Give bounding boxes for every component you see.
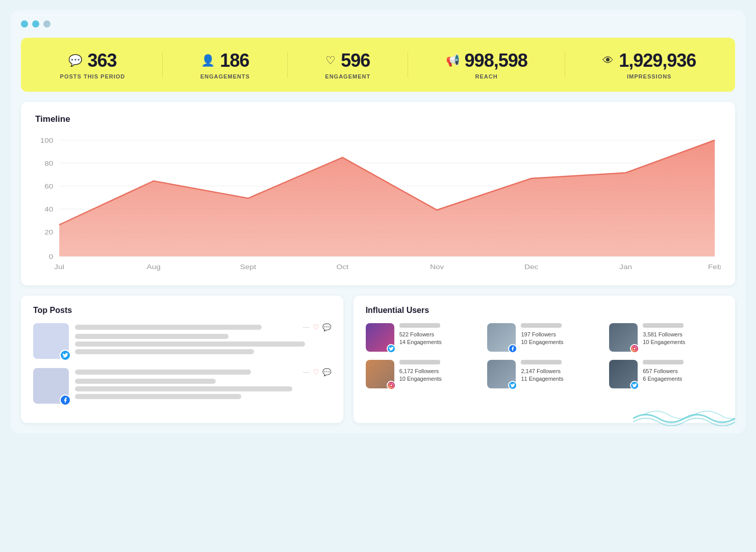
user-item-2: 197 Followers 10 Engagements bbox=[487, 323, 601, 352]
user-name-bar-1 bbox=[399, 323, 440, 328]
user-5-badge bbox=[508, 381, 517, 390]
impressions-icon: 👁 bbox=[602, 54, 614, 67]
timeline-chart: 100 80 60 40 20 0 bbox=[35, 133, 721, 275]
chart-title: Timeline bbox=[35, 114, 721, 124]
user-followers-2: 197 Followers bbox=[521, 331, 563, 337]
dot-3 bbox=[43, 20, 51, 28]
svg-point-25 bbox=[392, 384, 392, 384]
post-thumbnail-2 bbox=[33, 368, 69, 404]
stat-engagement: ♡ 596 ENGAGEMENT bbox=[325, 50, 370, 80]
user-item-6: 657 Followers 6 Engagements bbox=[609, 360, 723, 388]
user-item-3: 3,581 Followers 10 Engagements bbox=[609, 323, 723, 352]
engagement-label: ENGAGEMENT bbox=[325, 73, 370, 80]
impressions-value: 1,929,936 bbox=[619, 50, 696, 71]
engagements-icon: 👤 bbox=[201, 54, 215, 67]
user-info-3: 3,581 Followers 10 Engagements bbox=[643, 323, 685, 345]
stat-reach: 📢 998,598 REACH bbox=[446, 50, 527, 80]
user-engagements-4: 10 Engagements bbox=[399, 376, 442, 382]
bottom-row: Top Posts — ♡ 💬 bbox=[21, 296, 735, 423]
user-engagements-5: 11 Engagements bbox=[521, 376, 563, 382]
user-item-4: 6,172 Followers 10 Engagements bbox=[366, 360, 480, 388]
user-followers-4: 6,172 Followers bbox=[399, 368, 442, 374]
timeline-card: Timeline 100 80 60 40 20 0 bbox=[21, 102, 735, 285]
dot-1 bbox=[21, 20, 28, 28]
user-info-4: 6,172 Followers 10 Engagements bbox=[399, 360, 442, 382]
svg-text:40: 40 bbox=[44, 205, 53, 213]
svg-point-21 bbox=[634, 348, 636, 349]
stat-engagements: 👤 186 ENGAGEMENTS bbox=[200, 50, 250, 80]
user-engagements-2: 10 Engagements bbox=[521, 339, 563, 345]
user-followers-6: 657 Followers bbox=[643, 368, 684, 374]
post-item-1: — ♡ 💬 bbox=[33, 323, 331, 359]
svg-text:20: 20 bbox=[44, 228, 53, 236]
user-2-badge bbox=[508, 344, 517, 353]
svg-text:80: 80 bbox=[44, 160, 53, 167]
engagement-icon: ♡ bbox=[325, 54, 336, 67]
user-item-5: 2,147 Followers 11 Engagements bbox=[487, 360, 601, 388]
main-window: 💬 363 POSTS THIS PERIOD 👤 186 ENGAGEMENT… bbox=[11, 10, 745, 433]
engagement-value: 596 bbox=[341, 50, 370, 71]
influential-grid: 522 Followers 14 Engagements 197 Foll bbox=[366, 323, 723, 388]
user-avatar-4 bbox=[366, 360, 394, 388]
wave-decoration bbox=[633, 401, 735, 428]
engagements-value: 186 bbox=[220, 50, 249, 71]
facebook-badge-1 bbox=[60, 395, 71, 406]
user-name-bar-6 bbox=[643, 360, 684, 364]
user-avatar-6 bbox=[609, 360, 638, 388]
impressions-label: IMPRESSIONS bbox=[627, 73, 671, 80]
svg-text:Oct: Oct bbox=[337, 263, 349, 271]
user-avatar-5 bbox=[487, 360, 516, 388]
user-item-1: 522 Followers 14 Engagements bbox=[366, 323, 480, 352]
stats-bar: 💬 363 POSTS THIS PERIOD 👤 186 ENGAGEMENT… bbox=[21, 38, 735, 92]
posts-label: POSTS THIS PERIOD bbox=[60, 73, 125, 80]
chart-area: 100 80 60 40 20 0 bbox=[35, 133, 721, 275]
posts-value: 363 bbox=[87, 50, 116, 71]
reach-icon: 📢 bbox=[446, 54, 460, 67]
user-3-badge bbox=[630, 344, 639, 353]
user-followers-5: 2,147 Followers bbox=[521, 368, 563, 374]
user-4-badge bbox=[387, 381, 396, 390]
post-content-2: — ♡ 💬 bbox=[75, 368, 331, 399]
svg-text:0: 0 bbox=[49, 253, 54, 260]
svg-text:Jan: Jan bbox=[619, 263, 632, 271]
post-lines-1 bbox=[75, 325, 295, 330]
user-info-5: 2,147 Followers 11 Engagements bbox=[521, 360, 563, 382]
user-name-bar-2 bbox=[521, 323, 562, 328]
chart-fill bbox=[59, 140, 715, 256]
user-followers-3: 3,581 Followers bbox=[643, 331, 685, 337]
user-avatar-3 bbox=[609, 323, 638, 352]
user-name-bar-4 bbox=[399, 360, 440, 364]
user-info-2: 197 Followers 10 Engagements bbox=[521, 323, 563, 345]
svg-point-24 bbox=[390, 384, 392, 386]
svg-text:Aug: Aug bbox=[147, 263, 161, 271]
svg-text:60: 60 bbox=[44, 182, 53, 190]
user-info-1: 522 Followers 14 Engagements bbox=[399, 323, 442, 345]
svg-text:Feb: Feb bbox=[708, 263, 721, 271]
dot-2 bbox=[32, 20, 39, 28]
influential-title: Influential Users bbox=[366, 306, 723, 315]
engagements-label: ENGAGEMENTS bbox=[200, 73, 250, 80]
twitter-badge-1 bbox=[60, 350, 71, 361]
stat-posts: 💬 363 POSTS THIS PERIOD bbox=[60, 50, 125, 80]
reach-label: REACH bbox=[475, 73, 498, 80]
svg-text:Nov: Nov bbox=[430, 263, 444, 271]
top-posts-title: Top Posts bbox=[33, 306, 331, 315]
user-name-bar-3 bbox=[643, 323, 684, 328]
user-6-badge bbox=[630, 381, 639, 390]
user-engagements-1: 14 Engagements bbox=[399, 339, 442, 345]
user-name-bar-5 bbox=[521, 360, 562, 364]
svg-text:100: 100 bbox=[40, 137, 54, 144]
posts-icon: 💬 bbox=[68, 54, 82, 67]
stat-impressions: 👁 1,929,936 IMPRESSIONS bbox=[602, 50, 696, 80]
user-info-6: 657 Followers 6 Engagements bbox=[643, 360, 684, 382]
user-avatar-1 bbox=[366, 323, 394, 352]
svg-text:Dec: Dec bbox=[524, 263, 538, 271]
post-content-1: — ♡ 💬 bbox=[75, 323, 331, 354]
window-controls bbox=[21, 20, 735, 28]
post-item-2: — ♡ 💬 bbox=[33, 368, 331, 404]
post-thumbnail-1 bbox=[33, 323, 69, 359]
svg-point-22 bbox=[636, 347, 636, 348]
svg-text:Jul: Jul bbox=[54, 263, 64, 271]
user-engagements-3: 10 Engagements bbox=[643, 339, 685, 345]
post-lines-2 bbox=[75, 370, 295, 375]
